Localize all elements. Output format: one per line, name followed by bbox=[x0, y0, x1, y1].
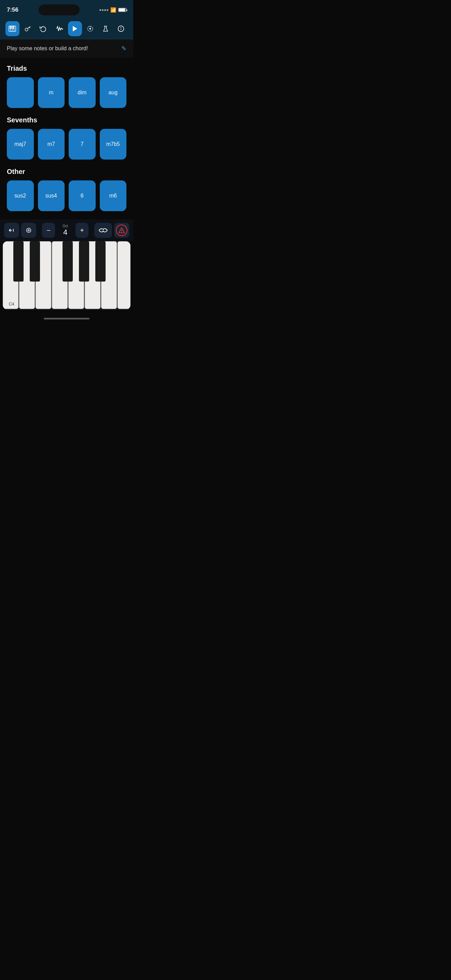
chord-btn-m6[interactable]: m6 bbox=[100, 180, 127, 211]
undo-button[interactable] bbox=[36, 21, 50, 36]
alert-icon bbox=[116, 224, 127, 236]
alert-button[interactable] bbox=[114, 223, 129, 238]
other-section: Other sus2 sus4 6 m6 bbox=[7, 168, 126, 211]
chord-section: Triads m dim aug Sevenths maj7 m7 7 m7b5… bbox=[0, 58, 133, 211]
status-time: 7:56 bbox=[7, 6, 19, 13]
status-bar: 7:56 📶 bbox=[0, 0, 133, 19]
wifi-icon: 📶 bbox=[110, 7, 116, 13]
octave-label: Oct bbox=[62, 224, 68, 228]
chord-btn-dom7[interactable]: 7 bbox=[69, 129, 96, 159]
flask-button[interactable] bbox=[99, 21, 113, 36]
triads-title: Triads bbox=[7, 65, 126, 72]
svg-point-23 bbox=[121, 232, 122, 233]
chord-btn-6[interactable]: 6 bbox=[69, 180, 96, 211]
edit-icon[interactable]: ✎ bbox=[121, 45, 126, 52]
svg-rect-5 bbox=[12, 26, 13, 29]
octave-value: 4 bbox=[63, 228, 67, 237]
other-title: Other bbox=[7, 168, 126, 176]
svg-rect-33 bbox=[30, 241, 40, 282]
home-bar bbox=[44, 318, 89, 320]
toolbar bbox=[0, 19, 133, 39]
svg-rect-36 bbox=[95, 241, 106, 282]
piano-keyboard[interactable]: C4 bbox=[3, 241, 130, 310]
piano-controls: − Oct 4 + bbox=[0, 220, 133, 241]
home-indicator bbox=[0, 315, 133, 321]
other-grid: sus2 sus4 6 m6 bbox=[7, 180, 126, 211]
triads-grid: m dim aug bbox=[7, 77, 126, 108]
svg-marker-11 bbox=[73, 26, 77, 32]
main-content: Play some notes or build a chord! ✎ Tria… bbox=[0, 39, 133, 315]
svg-text:C4: C4 bbox=[9, 302, 14, 307]
octave-increment-button[interactable]: + bbox=[76, 223, 89, 238]
piano-svg: C4 bbox=[3, 241, 130, 310]
chord-btn-aug[interactable]: aug bbox=[100, 77, 127, 108]
chord-btn-maj7[interactable]: maj7 bbox=[7, 129, 34, 159]
svg-rect-4 bbox=[10, 26, 11, 29]
svg-rect-32 bbox=[13, 241, 24, 282]
play-button[interactable] bbox=[68, 21, 82, 36]
svg-rect-6 bbox=[13, 26, 14, 29]
octave-control: − Oct 4 + bbox=[42, 223, 89, 238]
chord-btn-m7b5[interactable]: m7b5 bbox=[100, 129, 127, 159]
svg-point-20 bbox=[27, 228, 31, 233]
svg-rect-34 bbox=[62, 241, 73, 282]
timer-button[interactable] bbox=[83, 21, 97, 36]
svg-point-7 bbox=[25, 28, 28, 31]
piano-keyboard-button[interactable] bbox=[5, 21, 19, 36]
instruction-text: Play some notes or build a chord! bbox=[7, 45, 88, 52]
octave-display: Oct 4 bbox=[56, 223, 74, 238]
info-button[interactable] bbox=[114, 21, 128, 36]
battery-icon bbox=[118, 8, 126, 12]
svg-line-9 bbox=[29, 28, 30, 29]
instruction-bar: Play some notes or build a chord! ✎ bbox=[0, 39, 133, 58]
status-pill bbox=[39, 5, 79, 15]
status-icons: 📶 bbox=[99, 7, 126, 13]
lips-button[interactable] bbox=[94, 223, 112, 238]
chord-btn-dim[interactable]: dim bbox=[69, 77, 96, 108]
chord-btn-sus4[interactable]: sus4 bbox=[38, 180, 65, 211]
signal-icon bbox=[99, 9, 108, 11]
chord-btn-sus2[interactable]: sus2 bbox=[7, 180, 34, 211]
octave-decrement-button[interactable]: − bbox=[42, 223, 55, 238]
chord-btn-major[interactable] bbox=[7, 77, 34, 108]
chord-btn-m7[interactable]: m7 bbox=[38, 129, 65, 159]
sevenths-section: Sevenths maj7 m7 7 m7b5 bbox=[7, 116, 126, 159]
triads-section: Triads m dim aug bbox=[7, 65, 126, 108]
collapse-button[interactable] bbox=[4, 223, 19, 238]
svg-point-13 bbox=[89, 28, 91, 29]
key-button[interactable] bbox=[21, 21, 35, 36]
resize-button[interactable] bbox=[21, 223, 36, 238]
sevenths-title: Sevenths bbox=[7, 116, 126, 124]
chord-btn-minor[interactable]: m bbox=[38, 77, 65, 108]
piano-keyboard-container: C4 bbox=[0, 241, 133, 315]
sevenths-grid: maj7 m7 7 m7b5 bbox=[7, 129, 126, 159]
waveform-button[interactable] bbox=[52, 21, 67, 36]
svg-rect-31 bbox=[118, 241, 130, 309]
svg-rect-35 bbox=[79, 241, 89, 282]
